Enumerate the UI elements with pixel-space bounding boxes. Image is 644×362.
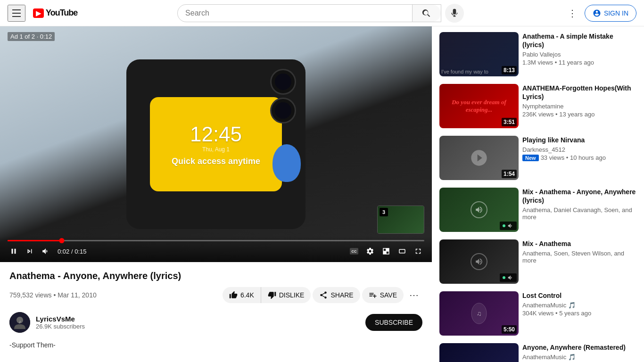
main-layout: 12:45 Thu, Aug 1 Quick access anytime	[0, 26, 644, 362]
sidebar-channel-name: AnathemaMusic 🎵	[522, 354, 636, 361]
description: -Support Them-	[0, 340, 432, 358]
list-item[interactable]: I've found my way to 8:13 Anathema - A s…	[438, 30, 638, 78]
share-button[interactable]: SHARE	[313, 287, 360, 303]
video-actions: 6.4K DISLIKE SHARE	[223, 286, 422, 304]
subscribe-button[interactable]: SUBSCRIBE	[365, 314, 422, 331]
video-section: 12:45 Thu, Aug 1 Quick access anytime	[0, 26, 432, 362]
sidebar-channel-name: Nymphetamine	[522, 103, 636, 110]
list-item[interactable]: Do you ever dream of escaping... 3:51 AN…	[438, 82, 638, 130]
phone-time: 12:45	[190, 123, 242, 146]
phone-screen: 12:45 Thu, Aug 1 Quick access anytime	[150, 97, 282, 191]
channel-name: LyricsVsMe	[36, 315, 85, 323]
video-stats: 759,532 views • Mar 11, 2010	[9, 291, 97, 299]
like-button[interactable]: 6.4K	[223, 287, 261, 303]
sidebar-video-info: Mix - Anathema Anathema, Soen, Steven Wi…	[522, 239, 636, 284]
avatar: ♪	[9, 312, 30, 333]
dislike-button[interactable]: DISLIKE	[261, 287, 311, 303]
search-bar	[177, 4, 441, 22]
sidebar-video-info: Mix - Anathema - Anyone, Anywhere (lyric…	[522, 188, 636, 232]
sidebar-video-info: Anathema - A simple Mistake (lyrics) Pab…	[522, 32, 636, 76]
sidebar-channel-name: Anathema, Soen, Steven Wilson, and more	[522, 250, 636, 264]
save-button[interactable]: SAVE	[362, 287, 404, 303]
share-icon	[319, 291, 328, 299]
video-content: 12:45 Thu, Aug 1 Quick access anytime	[0, 26, 432, 262]
thumb-mix	[500, 273, 517, 282]
list-item[interactable]: Mix - Anathema Anathema, Soen, Steven Wi…	[438, 238, 638, 286]
video-thumbnail: Do you ever dream of escaping... 3:51	[439, 84, 519, 128]
thumb-duration: 5:50	[502, 325, 517, 334]
channel-subscribers: 26.9K subscribers	[36, 323, 85, 330]
sidebar-channel-name: AnathemaMusic 🎵	[522, 302, 636, 309]
thumb-preview[interactable]: 3	[377, 206, 424, 234]
sidebar-video-meta: 236K views • 13 years ago	[522, 111, 636, 118]
svg-text:♪: ♪	[19, 319, 21, 324]
next-button[interactable]	[24, 245, 36, 257]
thumb-duration: 1:54	[502, 170, 517, 178]
search-input[interactable]	[178, 5, 412, 21]
sidebar-video-info: Playing like Nirvana Darkness_4512 New33…	[522, 136, 636, 180]
avatar-icon: ♪	[9, 312, 30, 333]
user-icon	[593, 9, 601, 17]
search-icon	[422, 8, 431, 18]
phone-date: Thu, Aug 1	[202, 146, 230, 153]
video-info: Anathema - Anyone, Anywhere (lyrics) 759…	[0, 262, 432, 304]
volume-button[interactable]	[40, 245, 52, 257]
svg-text:CC: CC	[352, 249, 357, 254]
miniplayer-button[interactable]	[380, 245, 392, 257]
controls-row: 0:02 / 0:15 CC	[8, 245, 424, 257]
thumb-duration: 8:13	[502, 66, 517, 74]
fullscreen-icon	[414, 247, 422, 255]
sign-in-button[interactable]: SIGN IN	[585, 5, 636, 22]
mic-icon	[450, 8, 459, 18]
video-player[interactable]: 12:45 Thu, Aug 1 Quick access anytime	[0, 26, 432, 262]
menu-button[interactable]	[8, 5, 25, 22]
sidebar-video-title: ANATHEMA-Forgotten Hopes(With Lyrics)	[522, 84, 636, 101]
camera-lens-2	[270, 98, 296, 123]
list-item[interactable]: ANATHEMA. Anyone, Anywhere (Remastered) …	[438, 341, 638, 362]
sidebar-video-info: ANATHEMA-Forgotten Hopes(With Lyrics) Ny…	[522, 84, 636, 128]
progress-fill	[8, 240, 62, 241]
video-title: Anathema - Anyone, Anywhere (lyrics)	[9, 270, 422, 282]
channel-info: ♪ LyricsVsMe 26.9K subscribers	[9, 312, 85, 333]
sidebar-video-meta: 1.3M views • 11 years ago	[522, 59, 636, 66]
miniplayer-icon	[382, 247, 390, 255]
more-button[interactable]: ⋯	[405, 286, 422, 304]
video-thumbnail: I've found my way to 8:13	[439, 32, 519, 76]
thumb-mix	[500, 222, 517, 230]
sidebar-video-info: Anyone, Anywhere (Remastered) AnathemaMu…	[522, 343, 636, 362]
youtube-logo-text: YouTube	[46, 8, 77, 18]
channel-avatar-svg: ♪	[9, 312, 30, 333]
header-left: ▶ YouTube	[8, 5, 77, 22]
camera-lens-1	[270, 69, 296, 95]
sidebar: I've found my way to 8:13 Anathema - A s…	[432, 26, 644, 362]
video-player-wrapper: 12:45 Thu, Aug 1 Quick access anytime	[0, 26, 432, 262]
list-item[interactable]: Mix - Anathema - Anyone, Anywhere (lyric…	[438, 186, 638, 234]
sidebar-channel-name: Pablo Vallejos	[522, 51, 636, 58]
camera-module	[270, 69, 296, 123]
like-group: 6.4K DISLIKE	[223, 287, 311, 303]
cc-button[interactable]: CC	[348, 246, 360, 256]
thumb-badge: 3	[380, 208, 388, 216]
progress-bar[interactable]	[8, 240, 424, 241]
save-icon	[369, 291, 377, 299]
video-controls: 0:02 / 0:15 CC	[0, 236, 432, 262]
next-icon	[25, 247, 34, 255]
fullscreen-button[interactable]	[412, 245, 424, 257]
settings-button[interactable]	[364, 245, 376, 257]
channel-row: ♪ LyricsVsMe 26.9K subscribers SUBSCRIBE	[0, 304, 432, 340]
sidebar-video-title: Anathema - A simple Mistake (lyrics)	[522, 32, 636, 49]
settings-icon	[366, 247, 374, 255]
theater-button[interactable]	[396, 245, 408, 257]
more-options-button[interactable]: ⋮	[564, 4, 581, 23]
youtube-logo[interactable]: ▶ YouTube	[33, 8, 77, 18]
sidebar-video-title: Playing like Nirvana	[522, 136, 636, 144]
youtube-logo-yt: ▶	[33, 8, 44, 18]
thumb-duration: 3:51	[502, 118, 517, 126]
ad-info: Ad 1 of 2 · 0:12	[8, 32, 55, 41]
pause-button[interactable]	[8, 245, 20, 257]
list-item[interactable]: 1:54 Playing like Nirvana Darkness_4512 …	[438, 134, 638, 182]
mic-button[interactable]	[445, 4, 464, 23]
search-button[interactable]	[412, 5, 441, 22]
list-item[interactable]: ♫ 5:50 Lost Control AnathemaMusic 🎵 304K…	[438, 289, 638, 337]
sidebar-channel-name: Anathema, Daniel Cavanagh, Soen, and mor…	[522, 206, 636, 221]
